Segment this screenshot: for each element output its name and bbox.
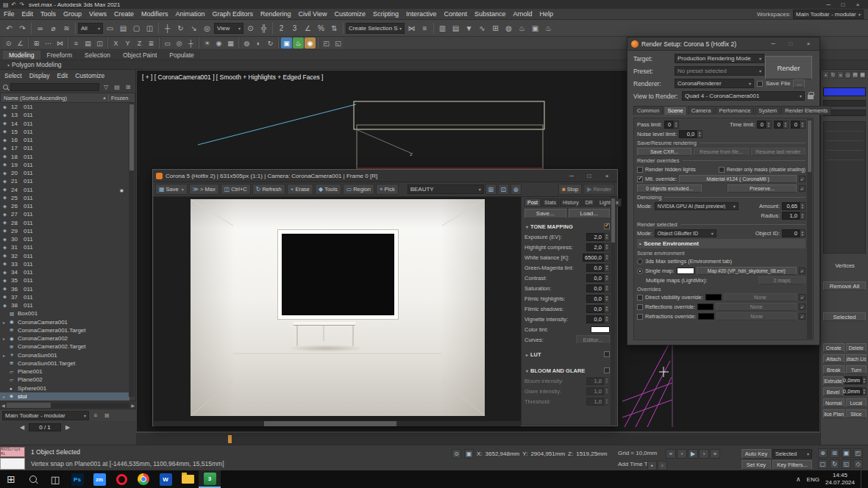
key-filter-dropdown[interactable]: Selected▾ xyxy=(772,449,812,459)
taskbar-zoom[interactable]: zm xyxy=(88,470,110,488)
mirror-tool-icon[interactable]: ⋈ xyxy=(54,37,65,49)
explorer-row[interactable]: ◈13011 xyxy=(0,111,129,119)
selection-lock-icon[interactable]: ⊙ xyxy=(452,449,461,459)
explorer-search-input[interactable] xyxy=(10,83,99,91)
menu-item-arnold[interactable]: Arnold xyxy=(510,9,536,19)
explorer-menu-select[interactable]: Select xyxy=(4,72,22,79)
environment-icon[interactable]: ◍ xyxy=(241,37,252,49)
refractions-override-button[interactable]: None xyxy=(716,312,797,320)
vfb-vertical-scrollbar[interactable] xyxy=(611,197,616,425)
use-center-icon[interactable]: ⊙ xyxy=(244,22,257,35)
menu-item-tools[interactable]: Tools xyxy=(37,9,60,19)
show-desktop-button[interactable] xyxy=(861,470,864,488)
play-animation-icon[interactable]: ▶ xyxy=(688,449,698,459)
explorer-row-coronacamera001[interactable]: ▸◉CoronaCamera001 xyxy=(0,318,129,326)
expand-icon[interactable]: ▸ xyxy=(3,336,7,341)
objects-excluded-button[interactable]: 0 objects excluded... xyxy=(637,184,702,193)
tone-mapping-section-header[interactable]: ▾ TONE MAPPING xyxy=(524,221,610,232)
render-production-icon[interactable]: ♨ xyxy=(542,22,555,35)
bloom-section-header[interactable]: ▾ BLOOM AND GLARE xyxy=(524,365,610,376)
menu-item-create[interactable]: Create xyxy=(110,9,138,19)
cp-slice-button[interactable]: Slice xyxy=(846,409,867,418)
vfb-horizontal-scrollbar[interactable] xyxy=(154,421,521,426)
new-explorer-icon[interactable]: ⊞ xyxy=(124,84,132,90)
explorer-row[interactable]: ◈28011 xyxy=(0,219,129,227)
view-to-render-dropdown[interactable]: Quad 4 - CoronaCamera001▾ xyxy=(682,91,805,101)
cp-local-button[interactable]: Local xyxy=(846,398,867,407)
explorer-row[interactable]: ◈16011 xyxy=(0,136,129,144)
bloom-checkbox[interactable] xyxy=(604,367,610,373)
explorer-row[interactable]: ◈12011 xyxy=(0,103,129,111)
pan-view-icon[interactable]: ▢ xyxy=(818,459,828,469)
explorer-row[interactable]: ◈14011 xyxy=(0,120,129,128)
spinner-saturation[interactable]: 0,0▴▾ xyxy=(586,284,610,293)
pass-limit-spinner[interactable]: 0▴▾ xyxy=(664,121,679,129)
select-move-icon[interactable]: ┼ xyxy=(161,22,174,35)
menu-item-group[interactable]: Group xyxy=(60,9,85,19)
menu-item-rendering[interactable]: Rendering xyxy=(257,9,295,19)
workspace-toolbar-dropdown[interactable]: Main Toolbar - modular▾ xyxy=(2,411,89,420)
vfb-maximize-button[interactable]: □ xyxy=(582,173,597,179)
menu-item-edit[interactable]: Edit xyxy=(18,9,38,19)
cp-bevel-spinner[interactable]: 0,0mm▴▾ xyxy=(844,387,867,395)
rendered-frame-icon[interactable]: ▣ xyxy=(529,22,541,35)
env-map-clear-icon[interactable]: ✓ xyxy=(799,268,805,274)
ribbon-tab-object-paint[interactable]: Object Paint xyxy=(117,51,163,60)
previous-frame-icon[interactable]: ‹ xyxy=(677,449,687,459)
selection-region-icon[interactable]: ▭ xyxy=(162,37,173,49)
render-setup-tab-system[interactable]: System xyxy=(755,106,780,115)
axis-z-icon[interactable]: Z xyxy=(134,37,145,49)
reflections-override-swatch[interactable] xyxy=(697,304,714,310)
modifier-stack[interactable] xyxy=(823,121,866,254)
cp-slice-plane-button[interactable]: Slice Plane xyxy=(823,409,844,418)
y-coordinate[interactable]: 2904,951mm xyxy=(530,451,565,457)
menu-item-views[interactable]: Views xyxy=(85,9,110,19)
taskbar-chrome[interactable] xyxy=(132,470,154,488)
explorer-horizontal-scrollbar[interactable]: ◀ ▶ xyxy=(0,401,136,409)
redo-icon[interactable]: ↷ xyxy=(16,22,29,35)
explorer-row[interactable]: ◈17011 xyxy=(0,144,129,152)
render-setup-titlebar[interactable]: Render Setup: Corona 5 (Hotfix 2) ─ □ × xyxy=(627,37,819,51)
taskbar-3ds-max[interactable]: 3 xyxy=(199,470,221,488)
clone-tool-icon[interactable]: ◫ xyxy=(94,37,105,49)
expand-icon[interactable]: ▸ xyxy=(3,353,7,358)
snap-2d-icon[interactable]: 2 xyxy=(275,22,288,35)
vfb-tab-post[interactable]: Post xyxy=(524,198,541,207)
time-slider-tick[interactable] xyxy=(228,435,232,443)
window-layout-icon[interactable]: ◱ xyxy=(332,37,344,49)
taskbar-opera[interactable] xyxy=(110,470,132,488)
name-column-header[interactable]: Name (Sorted Ascending) xyxy=(4,95,101,101)
workspaces-dropdown[interactable]: Main Toolbar - modular▾ xyxy=(793,10,864,19)
filter-icon[interactable]: ▽ xyxy=(102,84,110,90)
cp-extrude-button[interactable]: Extrude xyxy=(823,376,843,385)
render-setup-tab-scene[interactable]: Scene xyxy=(664,106,686,115)
explorer-row-stol[interactable]: ▸◆stol xyxy=(0,392,129,401)
vfb-minimize-button[interactable]: ─ xyxy=(564,173,579,179)
vfb-zoom-fit-icon[interactable]: ⊞ xyxy=(485,184,497,195)
spinner-bloom-intensity[interactable]: 1,0▴▾ xyxy=(586,377,610,385)
window-minimize-button[interactable]: ─ xyxy=(821,1,836,8)
vfb-copy-button[interactable]: ◫Ctrl+C xyxy=(221,184,251,195)
vfb-stop-button[interactable]: ■Stop xyxy=(558,184,582,195)
vfb-load-settings-button[interactable]: Load... xyxy=(569,209,611,218)
maxscript-mini-listener[interactable] xyxy=(0,458,25,470)
explorer-row[interactable]: ◈33011 xyxy=(0,260,129,268)
render-setup-icon[interactable]: ♨ xyxy=(516,22,528,35)
save-file-checkbox[interactable] xyxy=(757,81,763,87)
explorer-row-sphere001[interactable]: ●Sphere001 xyxy=(0,384,129,392)
rect-select-icon[interactable]: ▢ xyxy=(130,22,143,35)
max-settings-radio[interactable] xyxy=(637,259,643,265)
rs-maximize-button[interactable]: □ xyxy=(783,40,798,47)
explorer-row[interactable]: ◈37011 xyxy=(0,293,129,301)
denoise-amount-spinner[interactable]: 0,65▴▾ xyxy=(782,202,805,210)
percent-snap-icon[interactable]: % xyxy=(315,22,327,35)
rs-vertical-scrollbar[interactable] xyxy=(807,119,812,339)
angle-snap2-icon[interactable]: ∠ xyxy=(15,37,26,49)
zoom-region-icon[interactable]: ◰ xyxy=(853,448,863,458)
cp-bevel-button[interactable]: Bevel xyxy=(823,387,843,396)
render-selected-mode-dropdown[interactable]: Object GBuffer ID▾ xyxy=(655,229,716,237)
rs-close-button[interactable]: × xyxy=(801,40,816,47)
align-tool-icon[interactable]: ≡ xyxy=(71,37,82,49)
ribbon-tab-freeform[interactable]: Freeform xyxy=(41,51,78,60)
preset-dropdown[interactable]: No preset selected▾ xyxy=(675,66,764,76)
